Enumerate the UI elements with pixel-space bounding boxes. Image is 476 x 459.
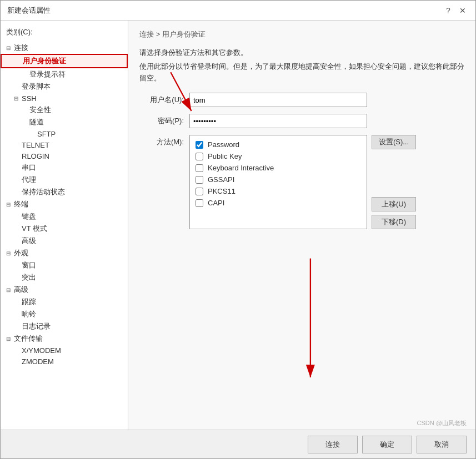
desc-line2: 使用此部分以节省登录时间。但是，为了最大限度地提高安全性，如果担心安全问题，建议… (139, 61, 464, 84)
method-checkbox-capi[interactable] (196, 199, 203, 207)
password-row: 密码(P): (139, 114, 464, 128)
tree-expand-icon-terminal: ⊟ (4, 200, 13, 209)
tree-item-tunnel[interactable]: 隧道 (1, 116, 128, 128)
tree-expand-icon-filetransfer: ⊟ (4, 334, 13, 343)
method-item-capi: CAPI (196, 197, 361, 209)
method-checkbox-password[interactable] (196, 141, 203, 149)
tree-item-zmodem[interactable]: ZMODEM (1, 356, 128, 367)
help-button[interactable]: ? (442, 4, 454, 17)
tree-label-terminal: 终端 (14, 199, 28, 209)
tree-item-advanced[interactable]: 高级 (1, 235, 128, 247)
username-row: 用户名(U): (139, 93, 464, 107)
methods-row: 方法(M): PasswordPublic KeyKeyboard Intera… (139, 135, 464, 229)
tree-item-filetransfer[interactable]: ⊟文件传输 (1, 332, 128, 345)
title-controls: ? ✕ (442, 4, 469, 17)
tree-item-trace[interactable]: 跟踪 (1, 296, 128, 308)
tree-label-vt-mode: VT 模式 (22, 224, 47, 234)
tree-item-rlogin[interactable]: RLOGIN (1, 150, 128, 162)
tree-item-bell[interactable]: 响铃 (1, 308, 128, 320)
tree-label-zmodem: ZMODEM (22, 357, 54, 366)
tree-label-highlight: 突出 (22, 273, 36, 283)
tree-item-appearance[interactable]: ⊟外观 (1, 247, 128, 259)
category-header: 类别(C): (1, 25, 128, 42)
tree-item-login-hint[interactable]: 登录提示符 (1, 68, 128, 80)
tree-item-keepalive[interactable]: 保持活动状态 (1, 186, 128, 198)
tree-expand-icon-advanced2: ⊟ (4, 285, 13, 294)
tree-item-terminal[interactable]: ⊟终端 (1, 198, 128, 210)
tree-label-keepalive: 保持活动状态 (22, 187, 65, 197)
tree-label-tunnel: 隧道 (29, 117, 44, 127)
method-label-password: Password (208, 140, 239, 149)
title-bar: 新建会话属性 ? ✕ (1, 1, 475, 21)
method-checkbox-gssapi[interactable] (196, 176, 203, 184)
tree-item-proxy[interactable]: 代理 (1, 174, 128, 186)
breadcrumb-part1: 连接 (139, 30, 154, 38)
method-checkbox-pkcs11[interactable] (196, 188, 203, 195)
tree-label-keyboard: 键盘 (22, 211, 36, 221)
tree-expand-icon-xymodem (12, 346, 21, 355)
password-input[interactable] (189, 114, 367, 128)
tree-label-telnet: TELNET (22, 141, 49, 149)
tree-item-auth[interactable]: 用户身份验证 (1, 54, 128, 68)
tree-item-serial[interactable]: 串口 (1, 162, 128, 174)
breadcrumb: 连接 > 用户身份验证 (139, 29, 464, 39)
tree-label-serial: 串口 (22, 163, 36, 173)
tree-expand-icon-keyboard (12, 212, 21, 221)
tree-label-security: 安全性 (29, 105, 51, 115)
tree-label-connection: 连接 (14, 43, 28, 53)
tree-label-log: 日志记录 (22, 321, 51, 331)
cancel-button[interactable]: 取消 (417, 436, 467, 453)
method-item-publickey: Public Key (196, 150, 361, 162)
tree-item-window[interactable]: 窗口 (1, 259, 128, 271)
tree-expand-icon-connection: ⊟ (4, 43, 13, 52)
username-input[interactable] (189, 93, 367, 107)
method-item-gssapi: GSSAPI (196, 174, 361, 185)
dialog-body: 类别(C): ⊟连接 用户身份验证 登录提示符 登录脚本⊟SSH 安全性 隧道 … (1, 21, 475, 430)
tree-item-keyboard[interactable]: 键盘 (1, 210, 128, 223)
main-dialog: 新建会话属性 ? ✕ 类别(C): ⊟连接 用户身份验证 登录提示符 登录脚本⊟… (0, 0, 476, 459)
tree-item-sftp[interactable]: SFTP (1, 128, 128, 139)
methods-buttons: 设置(S)... 上移(U) 下移(D) (372, 135, 416, 229)
move-up-button[interactable]: 上移(U) (372, 197, 416, 211)
tree-label-proxy: 代理 (22, 175, 36, 185)
methods-list: PasswordPublic KeyKeyboard InteractiveGS… (189, 135, 367, 229)
tree-item-vt-mode[interactable]: VT 模式 (1, 223, 128, 235)
tree-label-advanced: 高级 (22, 236, 36, 246)
tree-label-rlogin: RLOGIN (22, 152, 49, 160)
move-down-button[interactable]: 下移(D) (372, 215, 416, 229)
tree-item-advanced2[interactable]: ⊟高级 (1, 284, 128, 296)
method-label-publickey: Public Key (208, 152, 242, 160)
tree-label-appearance: 外观 (14, 248, 28, 258)
ok-button[interactable]: 确定 (362, 436, 412, 453)
tree-label-bell: 响铃 (22, 309, 36, 319)
settings-button[interactable]: 设置(S)... (372, 135, 416, 149)
desc-line1: 请选择身份验证方法和其它参数。 (139, 47, 464, 59)
tree-item-highlight[interactable]: 突出 (1, 271, 128, 284)
tree-item-log[interactable]: 日志记录 (1, 320, 128, 332)
tree-label-advanced2: 高级 (14, 285, 28, 295)
method-label-capi: CAPI (208, 199, 224, 207)
close-button[interactable]: ✕ (457, 4, 469, 17)
tree-expand-icon-serial (12, 163, 21, 172)
tree-expand-icon-keepalive (12, 188, 21, 196)
method-item-pkcs11: PKCS11 (196, 185, 361, 197)
tree-item-telnet[interactable]: TELNET (1, 139, 128, 150)
breadcrumb-sep: > (156, 30, 162, 38)
tree-label-window: 窗口 (22, 260, 36, 270)
tree-container: ⊟连接 用户身份验证 登录提示符 登录脚本⊟SSH 安全性 隧道 SFTP TE… (1, 42, 128, 367)
method-label-pkcs11: PKCS11 (208, 187, 236, 195)
tree-item-ssh[interactable]: ⊟SSH (1, 93, 128, 104)
tree-item-connection[interactable]: ⊟连接 (1, 42, 128, 54)
dialog-footer: 连接 确定 取消 (1, 430, 475, 458)
method-checkbox-publickey[interactable] (196, 153, 203, 160)
tree-label-login-hint: 登录提示符 (29, 69, 66, 79)
connect-button[interactable]: 连接 (308, 436, 358, 453)
tree-item-security[interactable]: 安全性 (1, 104, 128, 116)
tree-item-xymodem[interactable]: X/YMODEM (1, 345, 128, 356)
tree-expand-icon-appearance: ⊟ (4, 249, 13, 258)
method-checkbox-keyboard[interactable] (196, 164, 203, 172)
method-label: 方法(M): (139, 135, 189, 147)
tree-item-login-script[interactable]: 登录脚本 (1, 80, 128, 93)
tree-label-ssh: SSH (22, 94, 37, 103)
method-item-password: Password (196, 139, 361, 150)
